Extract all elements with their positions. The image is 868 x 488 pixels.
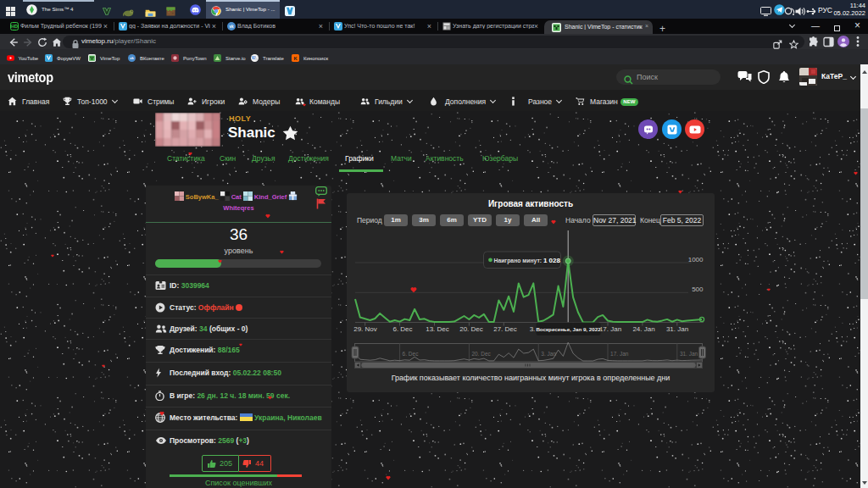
- svg-text:17. Jan: 17. Jan: [599, 325, 621, 333]
- svg-text:27. Dec: 27. Dec: [493, 325, 517, 333]
- svg-text:20. Dec: 20. Dec: [459, 325, 483, 333]
- svg-text:29. Nov: 29. Nov: [353, 325, 377, 333]
- svg-text:6. Dec: 6. Dec: [392, 325, 412, 333]
- svg-text:Наиграно минут: 1 028: Наиграно минут: 1 028: [494, 257, 561, 264]
- svg-text:Воскресенье, Jan 9, 2022: Воскресенье, Jan 9, 2022: [536, 326, 601, 332]
- svg-text:6. Dec: 6. Dec: [403, 351, 420, 357]
- svg-text:500: 500: [692, 286, 704, 293]
- svg-text:31. Jan: 31. Jan: [666, 325, 688, 333]
- svg-text:24. Jan: 24. Jan: [632, 325, 654, 333]
- svg-text:3. Jan: 3. Jan: [541, 351, 556, 357]
- svg-text:13. Dec: 13. Dec: [426, 325, 449, 333]
- svg-text:17. Jan: 17. Jan: [610, 351, 629, 357]
- svg-text:31. Jan: 31. Jan: [680, 351, 698, 357]
- svg-text:3.: 3.: [530, 325, 536, 333]
- svg-text:20. Dec: 20. Dec: [471, 351, 491, 357]
- svg-text:1000: 1000: [688, 256, 704, 263]
